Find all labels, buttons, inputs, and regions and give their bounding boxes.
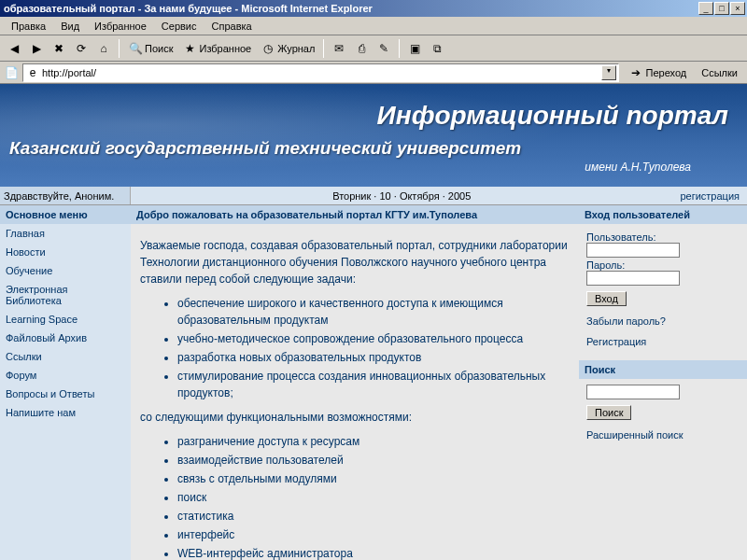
username-input[interactable] bbox=[586, 243, 680, 258]
right-column: Вход пользователей Пользователь: Пароль:… bbox=[579, 205, 747, 560]
forward-icon: ▶ bbox=[29, 41, 44, 56]
status-strip: Здравствуйте, Аноним. Вторник · 10 · Окт… bbox=[0, 187, 747, 205]
sidebar-item-forum[interactable]: Форум bbox=[0, 366, 131, 385]
list-item: интерфейс bbox=[177, 526, 570, 543]
sidebar-item-file-archive[interactable]: Файловый Архив bbox=[0, 329, 131, 347]
list-item: связь с отдельными модулями bbox=[177, 470, 570, 487]
forgot-password-link[interactable]: Забыли пароль? bbox=[586, 315, 740, 327]
address-dropdown[interactable]: ▾ bbox=[601, 65, 616, 80]
search-header: Поиск bbox=[579, 360, 747, 379]
refresh-icon: ⟳ bbox=[74, 41, 89, 56]
msn-icon: ⧉ bbox=[430, 41, 444, 56]
stop-button[interactable]: ✖ bbox=[49, 38, 69, 59]
login-button[interactable]: Вход bbox=[586, 291, 627, 306]
login-form: Пользователь: Пароль: Вход Забыли пароль… bbox=[579, 224, 747, 353]
menubar: Правка Вид Избранное Сервис Справка bbox=[0, 17, 747, 35]
refresh-button[interactable]: ⟳ bbox=[71, 38, 92, 59]
list-item: обеспечение широкого и качественного дос… bbox=[177, 295, 570, 329]
sidebar-item-contact[interactable]: Напишите нам bbox=[0, 403, 131, 422]
book-icon: ▣ bbox=[407, 41, 422, 56]
list-item: взаимодействие пользователей bbox=[177, 452, 570, 469]
registration-link[interactable]: Регистрация bbox=[586, 336, 740, 347]
search-form: Поиск Расширенный поиск bbox=[579, 379, 747, 446]
address-input[interactable] bbox=[40, 67, 601, 78]
user-label: Пользователь: bbox=[586, 231, 740, 243]
clock-icon: ◷ bbox=[261, 41, 275, 56]
edit-button[interactable]: ✎ bbox=[374, 38, 394, 59]
features-list: разграничение доступа к ресурсам взаимод… bbox=[177, 433, 570, 560]
home-button[interactable]: ⌂ bbox=[93, 38, 114, 59]
mail-button[interactable]: ✉ bbox=[329, 38, 349, 59]
advanced-search-link[interactable]: Расширенный поиск bbox=[586, 429, 740, 441]
page-icon: 📄 bbox=[4, 65, 19, 80]
list-item: разграничение доступа к ресурсам bbox=[177, 433, 570, 450]
window-title: образовательный портал - За нами будущее… bbox=[2, 3, 698, 14]
login-header: Вход пользователей bbox=[579, 205, 747, 224]
search-input[interactable] bbox=[586, 385, 680, 399]
history-button[interactable]: ◷Журнал bbox=[257, 38, 318, 59]
toolbar-separator bbox=[119, 39, 120, 58]
search-button[interactable]: 🔍Поиск bbox=[124, 38, 176, 59]
addressbar: 📄 e ▾ ➔Переход Ссылки bbox=[0, 62, 747, 84]
banner-subtitle: Казанский государственный технический ун… bbox=[9, 138, 521, 159]
address-field-wrapper: e ▾ bbox=[22, 63, 619, 82]
main-article: Добро пожаловать на образовательный порт… bbox=[131, 205, 579, 560]
menu-edit[interactable]: Правка bbox=[4, 19, 53, 34]
register-link[interactable]: регистрация bbox=[672, 190, 747, 202]
links-label[interactable]: Ссылки bbox=[696, 65, 743, 80]
go-button[interactable]: ➔Переход bbox=[623, 63, 693, 82]
extra-button-1[interactable]: ▣ bbox=[404, 38, 425, 59]
menu-favorites[interactable]: Избранное bbox=[87, 19, 154, 34]
mail-icon: ✉ bbox=[331, 41, 346, 56]
toolbar: ◀ ▶ ✖ ⟳ ⌂ 🔍Поиск ★Избранное ◷Журнал ✉ ⎙ … bbox=[0, 35, 747, 62]
menu-help[interactable]: Справка bbox=[204, 19, 260, 34]
date-text: Вторник · 10 · Октября · 2005 bbox=[131, 190, 672, 202]
search-icon: 🔍 bbox=[128, 41, 143, 56]
journal-label: Журнал bbox=[277, 43, 315, 54]
banner-title: Информационный портал bbox=[377, 101, 728, 131]
greeting-text: Здравствуйте, Аноним. bbox=[0, 187, 131, 204]
pass-label: Пароль: bbox=[586, 259, 740, 271]
site-banner: Информационный портал Казанский государс… bbox=[0, 84, 747, 187]
edit-icon: ✎ bbox=[376, 41, 391, 56]
print-button[interactable]: ⎙ bbox=[351, 38, 372, 59]
maximize-button[interactable]: □ bbox=[714, 2, 729, 15]
sidebar-header: Основное меню bbox=[0, 205, 131, 224]
list-item: стимулирование процесса создания инновац… bbox=[177, 368, 570, 401]
close-button[interactable]: × bbox=[730, 2, 745, 15]
main-layout: Основное меню Главная Новости Обучение Э… bbox=[0, 205, 747, 560]
menu-tools[interactable]: Сервис bbox=[154, 19, 204, 34]
list-item: WEB-интерфейс администратора bbox=[177, 545, 570, 560]
article-body: Уважаемые господа, создавая образователь… bbox=[131, 224, 579, 560]
browser-content: Информационный портал Казанский государс… bbox=[0, 84, 747, 560]
list-item: разработка новых образовательных продукт… bbox=[177, 349, 570, 366]
search-label: Поиск bbox=[145, 43, 173, 54]
forward-button[interactable]: ▶ bbox=[26, 38, 47, 59]
extra-button-2[interactable]: ⧉ bbox=[427, 38, 447, 59]
window-titlebar: образовательный портал - За нами будущее… bbox=[0, 0, 747, 17]
minimize-button[interactable]: _ bbox=[698, 2, 713, 15]
list-item: учебно-методическое сопровождение образо… bbox=[177, 330, 570, 347]
favorites-button[interactable]: ★Избранное bbox=[178, 38, 255, 59]
sidebar-item-faq[interactable]: Вопросы и Ответы bbox=[0, 385, 131, 403]
search-button[interactable]: Поиск bbox=[586, 405, 631, 420]
password-input[interactable] bbox=[586, 271, 680, 286]
star-icon: ★ bbox=[182, 41, 197, 56]
sidebar-item-library[interactable]: Электронная Библиотека bbox=[0, 280, 131, 310]
go-label: Переход bbox=[646, 67, 687, 78]
sidebar-item-news[interactable]: Новости bbox=[0, 243, 131, 261]
sidebar-item-home[interactable]: Главная bbox=[0, 224, 131, 243]
back-button[interactable]: ◀ bbox=[4, 38, 24, 59]
sidebar: Основное меню Главная Новости Обучение Э… bbox=[0, 205, 131, 560]
list-item: поиск bbox=[177, 489, 570, 506]
menu-view[interactable]: Вид bbox=[53, 19, 87, 34]
sidebar-item-links[interactable]: Ссылки bbox=[0, 347, 131, 366]
features-intro: со следующими функциональными возможност… bbox=[140, 409, 570, 426]
window-controls: _ □ × bbox=[698, 2, 745, 15]
sidebar-item-learning[interactable]: Обучение bbox=[0, 261, 131, 280]
print-icon: ⎙ bbox=[354, 41, 369, 56]
favorites-label: Избранное bbox=[199, 43, 251, 54]
ie-icon: e bbox=[25, 65, 40, 80]
sidebar-item-learning-space[interactable]: Learning Space bbox=[0, 310, 131, 329]
toolbar-separator bbox=[323, 39, 324, 58]
